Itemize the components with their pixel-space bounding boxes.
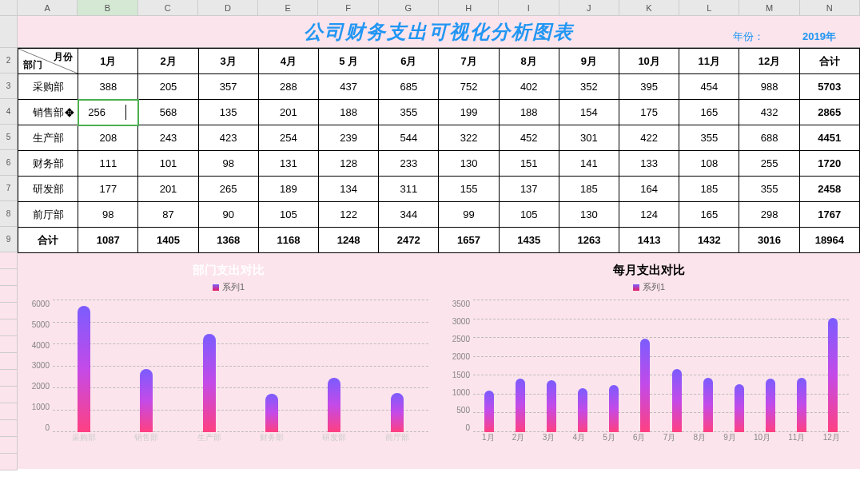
- cell-1-1[interactable]: 568: [138, 100, 198, 125]
- cell-3-10[interactable]: 108: [679, 151, 739, 177]
- cell-0-4[interactable]: 437: [319, 74, 379, 100]
- cell-0-8[interactable]: 352: [559, 74, 619, 100]
- month-header-6[interactable]: 7月: [439, 49, 499, 74]
- cell-4-5[interactable]: 311: [379, 177, 439, 202]
- row-num-chart-5[interactable]: [0, 336, 18, 353]
- row-num-chart-12[interactable]: [0, 454, 18, 470]
- col-header-I[interactable]: I: [499, 0, 559, 15]
- col-header-E[interactable]: E: [258, 0, 318, 15]
- cell-0-10[interactable]: 454: [679, 74, 739, 100]
- col-header-D[interactable]: D: [198, 0, 258, 15]
- bar-1-8[interactable]: [735, 384, 744, 432]
- bar-1-5[interactable]: [640, 339, 650, 432]
- cell-1-2[interactable]: 135: [198, 100, 258, 125]
- cell-2-7[interactable]: 452: [499, 125, 559, 151]
- month-header-10[interactable]: 11月: [679, 49, 739, 74]
- dept-label-4[interactable]: 研发部: [18, 177, 78, 202]
- month-header-11[interactable]: 12月: [739, 49, 799, 74]
- cell-3-11[interactable]: 255: [739, 151, 799, 177]
- row-num-chart-0[interactable]: [0, 252, 18, 269]
- col-total-3[interactable]: 1168: [258, 228, 318, 253]
- cell-5-6[interactable]: 99: [439, 202, 499, 228]
- cell-1-9[interactable]: 175: [619, 100, 679, 125]
- cell-2-6[interactable]: 322: [439, 125, 499, 151]
- row-total-4[interactable]: 2458: [799, 177, 859, 202]
- row-num-2[interactable]: 2: [0, 48, 18, 73]
- cell-3-1[interactable]: 101: [138, 151, 198, 177]
- grand-total[interactable]: 18964: [799, 228, 859, 253]
- dept-label-5[interactable]: 前厅部: [18, 202, 78, 228]
- cell-0-5[interactable]: 685: [379, 74, 439, 100]
- month-header-4[interactable]: 5 月: [319, 49, 379, 74]
- col-total-6[interactable]: 1657: [439, 228, 499, 253]
- cell-5-11[interactable]: 298: [739, 202, 799, 228]
- cell-4-11[interactable]: 355: [739, 177, 799, 202]
- cell-5-8[interactable]: 130: [559, 202, 619, 228]
- col-header-C[interactable]: C: [138, 0, 198, 15]
- cell-3-2[interactable]: 98: [198, 151, 258, 177]
- col-total-5[interactable]: 2472: [379, 228, 439, 253]
- dept-label-1[interactable]: 销售部✥: [18, 100, 78, 125]
- row-num-8[interactable]: 8: [0, 201, 18, 227]
- row-num-6[interactable]: 6: [0, 150, 18, 176]
- bar-1-11[interactable]: [828, 318, 838, 432]
- row-num-chart-2[interactable]: [0, 286, 18, 303]
- dept-label-0[interactable]: 采购部: [18, 74, 78, 100]
- cell-0-3[interactable]: 288: [258, 74, 318, 100]
- cell-1-11[interactable]: 432: [739, 100, 799, 125]
- bar-1-10[interactable]: [797, 378, 806, 432]
- bar-0-0[interactable]: [78, 306, 90, 432]
- cell-4-4[interactable]: 134: [319, 177, 379, 202]
- col-total-10[interactable]: 1432: [679, 228, 739, 253]
- col-total-8[interactable]: 1263: [559, 228, 619, 253]
- cell-4-7[interactable]: 137: [499, 177, 559, 202]
- cell-4-0[interactable]: 177: [78, 177, 138, 202]
- month-header-0[interactable]: 1月: [78, 49, 138, 74]
- col-header-H[interactable]: H: [439, 0, 499, 15]
- cell-5-5[interactable]: 344: [379, 202, 439, 228]
- bar-1-3[interactable]: [578, 388, 587, 432]
- row-num-chart-3[interactable]: [0, 303, 18, 319]
- row-num-chart-7[interactable]: [0, 370, 18, 387]
- cell-5-2[interactable]: 90: [198, 202, 258, 228]
- bar-0-5[interactable]: [391, 393, 404, 432]
- col-total-4[interactable]: 1248: [319, 228, 379, 253]
- col-total-0[interactable]: 1087: [78, 228, 138, 253]
- col-header-K[interactable]: K: [619, 0, 679, 15]
- col-header-G[interactable]: G: [379, 0, 439, 15]
- row-num-3[interactable]: 3: [0, 73, 18, 99]
- row-num-chart-8[interactable]: [0, 387, 18, 403]
- bar-1-4[interactable]: [609, 385, 619, 432]
- cell-0-2[interactable]: 357: [198, 74, 258, 100]
- row-num-9[interactable]: 9: [0, 227, 18, 252]
- col-total-7[interactable]: 1435: [499, 228, 559, 253]
- cell-2-1[interactable]: 243: [138, 125, 198, 151]
- cell-4-2[interactable]: 265: [198, 177, 258, 202]
- col-header-A[interactable]: A: [18, 0, 78, 15]
- chart-1[interactable]: 每月支出对比系列105001000150020002500300035001月2…: [441, 256, 857, 466]
- select-all-corner[interactable]: [0, 0, 18, 15]
- cell-5-10[interactable]: 165: [679, 202, 739, 228]
- col-header-J[interactable]: J: [559, 0, 619, 15]
- cell-4-1[interactable]: 201: [138, 177, 198, 202]
- cell-1-6[interactable]: 199: [439, 100, 499, 125]
- row-num-7[interactable]: 7: [0, 176, 18, 201]
- month-header-8[interactable]: 9月: [559, 49, 619, 74]
- diag-header[interactable]: 月份部门: [18, 49, 78, 74]
- col-header-M[interactable]: M: [739, 0, 799, 15]
- cell-1-7[interactable]: 188: [499, 100, 559, 125]
- month-header-9[interactable]: 10月: [619, 49, 679, 74]
- cell-5-7[interactable]: 105: [499, 202, 559, 228]
- dept-label-2[interactable]: 生产部: [18, 125, 78, 151]
- data-table[interactable]: 月份部门1月2月3月4月5 月6月7月8月9月10月11月12月合计 采购部38…: [18, 48, 860, 253]
- cell-0-1[interactable]: 205: [138, 74, 198, 100]
- cell-0-6[interactable]: 752: [439, 74, 499, 100]
- cell-1-3[interactable]: 201: [258, 100, 318, 125]
- row-num-chart-4[interactable]: [0, 319, 18, 336]
- cell-2-8[interactable]: 301: [559, 125, 619, 151]
- bar-0-3[interactable]: [265, 394, 278, 432]
- bar-1-0[interactable]: [484, 391, 494, 432]
- total-row-label[interactable]: 合计: [18, 228, 78, 253]
- col-total-1[interactable]: 1405: [138, 228, 198, 253]
- cell-1-0[interactable]: 256: [78, 100, 138, 125]
